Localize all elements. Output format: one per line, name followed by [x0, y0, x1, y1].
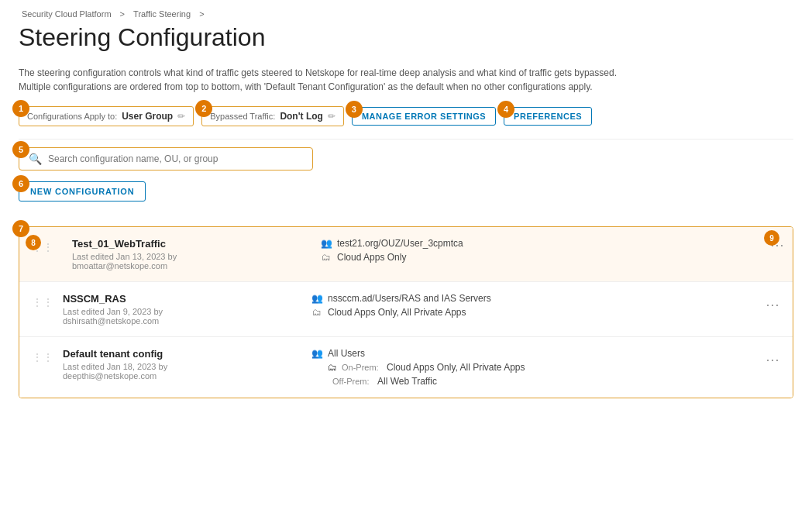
config-left-2: Default tenant config Last edited Jan 18…	[63, 348, 311, 381]
config-apply-value: User Group	[122, 111, 173, 122]
page-title: Steering Configuration	[19, 23, 793, 52]
config-right-1: 👥 nssccm.ad/Users/RAS and IAS Servers 🗂 …	[311, 293, 780, 318]
config-detail-user-1: 👥 nssccm.ad/Users/RAS and IAS Servers	[311, 293, 780, 304]
badge-wrapper-3: 3 MANAGE ERROR SETTINGS	[352, 107, 496, 126]
config-right-0: 👥 test21.org/OUZ/User_3cpmtca 🗂 Cloud Ap…	[320, 238, 780, 263]
config-actions-2[interactable]: ⋯	[766, 351, 780, 368]
divider-1	[19, 139, 793, 140]
search-box: 🔍	[19, 147, 313, 170]
config-apply-box: Configurations Apply to: User Group ✏	[19, 106, 194, 126]
off-prem-label: Off-Prem:	[332, 377, 373, 386]
on-prem-value: Cloud Apps Only, All Private Apps	[387, 362, 525, 373]
config-on-prem-row: 🗂 On-Prem: Cloud Apps Only, All Private …	[311, 362, 780, 373]
drag-handle-2[interactable]: ⋮⋮	[32, 351, 53, 363]
configuration-list: 8 ⋮⋮ Test_01_WebTraffic Last edited Jan …	[19, 226, 793, 398]
breadcrumb: Security Cloud Platform > Traffic Steeri…	[19, 9, 793, 19]
search-icon: 🔍	[29, 153, 42, 165]
badge-1: 1	[12, 100, 29, 117]
config-user-value-2: All Users	[328, 348, 365, 359]
edit-bypassed-icon[interactable]: ✏	[328, 111, 335, 122]
badge-wrapper-9: 9 ⋯	[770, 236, 785, 253]
page-wrapper: Security Cloud Platform > Traffic Steeri…	[0, 0, 812, 527]
config-detail-user-2: 👥 All Users	[311, 348, 780, 359]
config-traffic-value-1: Cloud Apps Only, All Private Apps	[328, 307, 466, 318]
config-detail-user-0: 👥 test21.org/OUZ/User_3cpmtca	[320, 238, 780, 249]
config-meta-1: Last edited Jan 9, 2023 bydshirsath@nets…	[63, 307, 311, 326]
config-actions-1[interactable]: ⋯	[766, 296, 780, 313]
config-name-1: NSSCM_RAS	[63, 293, 311, 305]
config-left-1: NSSCM_RAS Last edited Jan 9, 2023 bydshi…	[63, 293, 311, 326]
search-input[interactable]	[48, 153, 303, 164]
badge-wrapper-5: 5 🔍	[19, 147, 313, 170]
config-detail-traffic-0: 🗂 Cloud Apps Only	[320, 252, 780, 263]
traffic-icon-2: 🗂	[328, 362, 337, 373]
config-item-0: 8 ⋮⋮ Test_01_WebTraffic Last edited Jan …	[19, 227, 793, 282]
traffic-icon-0: 🗂	[320, 252, 332, 263]
badge-wrapper-1: 1 Configurations Apply to: User Group ✏	[19, 106, 194, 126]
manage-error-settings-button[interactable]: MANAGE ERROR SETTINGS	[352, 107, 496, 126]
config-item-1: ⋮⋮ NSSCM_RAS Last edited Jan 9, 2023 byd…	[19, 282, 793, 337]
badge-wrapper-4: 4 PREFERENCES	[504, 107, 592, 126]
controls-row: 1 Configurations Apply to: User Group ✏ …	[19, 106, 793, 126]
config-user-value-1: nssccm.ad/Users/RAS and IAS Servers	[328, 293, 491, 304]
config-left-0: Test_01_WebTraffic Last edited Jan 13, 2…	[72, 238, 320, 270]
new-configuration-button[interactable]: NEW CONFIGURATION	[19, 181, 146, 202]
badge-3: 3	[346, 101, 363, 118]
users-icon-2: 👥	[311, 348, 323, 359]
config-right-2: 👥 All Users 🗂 On-Prem: Cloud Apps Only, …	[311, 348, 780, 387]
breadcrumb-platform[interactable]: Security Cloud Platform	[22, 9, 112, 19]
bypassed-traffic-box: Bypassed Traffic: Don't Log ✏	[201, 106, 344, 126]
breadcrumb-traffic[interactable]: Traffic Steering	[133, 9, 191, 19]
badge-wrapper-7: 7 8 ⋮⋮ Test_01_WebTraffic Last edited Ja…	[19, 226, 793, 398]
bypassed-label: Bypassed Traffic:	[210, 112, 275, 121]
badge-5: 5	[12, 141, 29, 158]
badge-wrapper-2: 2 Bypassed Traffic: Don't Log ✏	[201, 106, 344, 126]
badge-6: 6	[12, 175, 29, 192]
badge-wrapper-8: 8 ⋮⋮	[32, 241, 63, 253]
config-apply-label: Configurations Apply to:	[27, 112, 117, 121]
preferences-button[interactable]: PREFERENCES	[504, 107, 592, 126]
config-item-2: ⋮⋮ Default tenant config Last edited Jan…	[19, 337, 793, 398]
badge-7: 7	[12, 220, 29, 237]
config-meta-2: Last edited Jan 18, 2023 bydeepthis@nets…	[63, 362, 311, 381]
config-off-prem-row: Off-Prem: All Web Traffic	[311, 376, 780, 387]
badge-9: 9	[764, 230, 779, 246]
badge-8: 8	[26, 235, 41, 250]
users-icon-1: 👥	[311, 293, 323, 304]
off-prem-value: All Web Traffic	[377, 376, 437, 387]
badge-wrapper-6: 6 NEW CONFIGURATION	[19, 181, 146, 214]
drag-handle-1[interactable]: ⋮⋮	[32, 296, 53, 308]
bypassed-value: Don't Log	[280, 111, 323, 122]
config-name-0: Test_01_WebTraffic	[72, 238, 320, 250]
config-user-value-0: test21.org/OUZ/User_3cpmtca	[337, 238, 463, 249]
users-icon-0: 👥	[320, 238, 332, 249]
edit-config-apply-icon[interactable]: ✏	[177, 111, 185, 122]
config-meta-0: Last edited Jan 13, 2023 bybmoattar@nets…	[72, 252, 320, 270]
badge-4: 4	[497, 101, 514, 118]
info-text: The steering configuration controls what…	[19, 66, 716, 94]
traffic-icon-1: 🗂	[311, 307, 323, 318]
search-bar-row: 5 🔍	[19, 147, 793, 170]
config-detail-traffic-1: 🗂 Cloud Apps Only, All Private Apps	[311, 307, 780, 318]
config-traffic-value-0: Cloud Apps Only	[337, 252, 406, 263]
config-name-2: Default tenant config	[63, 348, 311, 360]
on-prem-label: On-Prem:	[342, 363, 382, 372]
